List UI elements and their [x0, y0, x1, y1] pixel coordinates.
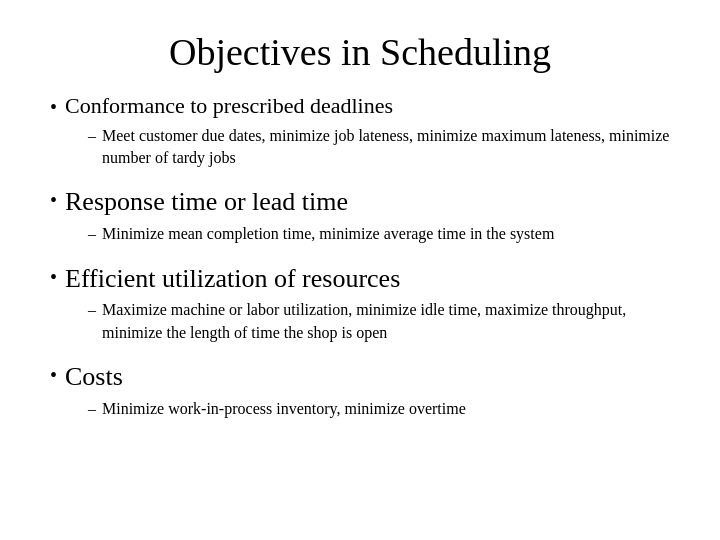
slide: Objectives in Scheduling • Conformance t…: [0, 0, 720, 540]
bullet-section-conformance: • Conformance to prescribed deadlines – …: [50, 92, 670, 175]
bullet-section-utilization: • Efficient utilization of resources – M…: [50, 262, 670, 351]
bullet-section-costs: • Costs – Minimize work-in-process inven…: [50, 360, 670, 426]
bullet-dot-2: •: [50, 187, 57, 213]
bullet-sub-text-response-time: Minimize mean completion time, minimize …: [102, 223, 554, 245]
slide-title: Objectives in Scheduling: [50, 30, 670, 74]
bullet-dash-4: –: [88, 398, 96, 420]
bullet-sub-costs: – Minimize work-in-process inventory, mi…: [88, 398, 670, 420]
bullet-main-text-costs: Costs: [65, 360, 123, 394]
bullet-main-conformance: • Conformance to prescribed deadlines: [50, 92, 670, 121]
bullet-sub-text-utilization: Maximize machine or labor utilization, m…: [102, 299, 670, 344]
bullet-dot-4: •: [50, 362, 57, 388]
bullet-sub-text-conformance: Meet customer due dates, minimize job la…: [102, 125, 670, 170]
bullet-main-costs: • Costs: [50, 360, 670, 394]
bullet-main-text-conformance: Conformance to prescribed deadlines: [65, 92, 393, 121]
bullet-main-utilization: • Efficient utilization of resources: [50, 262, 670, 296]
bullet-main-text-utilization: Efficient utilization of resources: [65, 262, 400, 296]
bullet-dot-3: •: [50, 264, 57, 290]
bullet-section-response-time: • Response time or lead time – Minimize …: [50, 185, 670, 251]
bullet-dash-3: –: [88, 299, 96, 321]
bullet-dash-2: –: [88, 223, 96, 245]
bullet-dot-1: •: [50, 94, 57, 120]
bullet-sub-text-costs: Minimize work-in-process inventory, mini…: [102, 398, 466, 420]
bullet-sub-response-time: – Minimize mean completion time, minimiz…: [88, 223, 670, 245]
bullet-sub-conformance: – Meet customer due dates, minimize job …: [88, 125, 670, 170]
bullet-main-response-time: • Response time or lead time: [50, 185, 670, 219]
bullet-dash-1: –: [88, 125, 96, 147]
bullet-sub-utilization: – Maximize machine or labor utilization,…: [88, 299, 670, 344]
bullet-main-text-response-time: Response time or lead time: [65, 185, 348, 219]
